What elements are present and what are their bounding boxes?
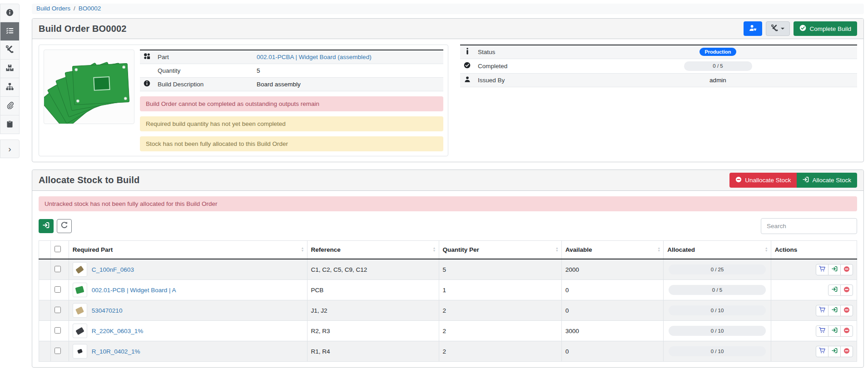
available-cell: 0	[561, 341, 664, 362]
allocation-progress: 0 / 10	[669, 346, 766, 356]
part-link[interactable]: 002.01-PCBA | Widget Board (assembled)	[257, 54, 372, 60]
unallocate-row-button-icon	[843, 348, 850, 355]
alert-quantity-incomplete: Required build quantity has not yet been…	[140, 116, 443, 131]
allocate-row-button-icon	[832, 327, 838, 334]
row-checkbox[interactable]	[55, 266, 61, 272]
complete-build-button[interactable]: Complete Build	[794, 21, 857, 36]
row-expand-cell[interactable]	[39, 300, 51, 321]
buy-parts-button[interactable]	[816, 305, 828, 316]
row-checkbox-cell	[50, 280, 69, 300]
part-thumbnail	[73, 344, 87, 359]
refresh-button[interactable]	[57, 219, 72, 233]
detail-row-description: Build Description Board assembly	[140, 77, 443, 91]
part-details-table: Part 002.01-PCBA | Widget Board (assembl…	[140, 50, 443, 91]
unallocate-row-button-icon	[843, 286, 850, 294]
row-checkbox[interactable]	[55, 286, 61, 293]
build-actions-dropdown[interactable]	[766, 21, 790, 36]
allocate-row-button[interactable]	[828, 325, 841, 337]
allocate-stock-button[interactable]: Allocate Stock	[797, 173, 857, 188]
row-expand-cell[interactable]	[39, 321, 51, 341]
caret-down-icon	[781, 28, 784, 30]
column-header-reference[interactable]: Reference▲▼	[307, 240, 439, 259]
sidebar-item-details[interactable]	[0, 4, 20, 22]
column-header-quantity-per[interactable]: Quantity Per▲▼	[439, 240, 561, 259]
column-header-required-part[interactable]: Required Part▲▼	[69, 240, 307, 259]
unallocate-row-button[interactable]	[840, 346, 853, 357]
breadcrumb-link-bo0002[interactable]: BO0002	[79, 5, 101, 12]
completed-label: Completed	[474, 59, 579, 73]
table-toolbar	[39, 218, 857, 234]
unallocate-row-button[interactable]	[840, 305, 853, 316]
part-link[interactable]: 530470210	[92, 307, 123, 314]
allocate-row-button-icon	[832, 348, 838, 355]
unallocate-stock-button[interactable]: Unallocate Stock	[729, 173, 797, 188]
sidebar-item-attachments[interactable]	[0, 97, 20, 115]
sidebar-item-tools[interactable]	[0, 41, 20, 60]
allocate-row-button[interactable]	[828, 264, 841, 275]
buy-parts-button-icon	[819, 307, 825, 314]
unallocate-row-button[interactable]	[840, 284, 853, 296]
sidebar-item-notes[interactable]	[0, 115, 20, 134]
allocate-panel-body: Untracked stock has not been fully alloc…	[32, 191, 863, 368]
required-part-cell: 002.01-PCB | Widget Board | A	[69, 280, 307, 300]
required-parts-table: Required Part▲▼Reference▲▼Quantity Per▲▼…	[39, 240, 857, 362]
sort-carets-icon: ▲▼	[765, 247, 768, 252]
sign-in-icon	[803, 176, 809, 184]
part-link[interactable]: R_220K_0603_1%	[92, 328, 143, 334]
status-details: Status Production Completed 0 / 5	[460, 45, 857, 87]
sidebar-expand-button[interactable]: ›	[0, 140, 20, 158]
blank-icon-cell	[140, 64, 154, 77]
info-icon	[460, 45, 474, 59]
sidebar-item-allocate[interactable]	[0, 22, 20, 41]
row-expand-cell[interactable]	[39, 280, 51, 300]
allocate-row-button[interactable]	[828, 346, 841, 357]
allocated-cell: 0 / 5	[664, 280, 771, 300]
column-header-allocated[interactable]: Allocated▲▼	[664, 240, 771, 259]
boxes-icon	[6, 64, 14, 73]
actions-cell	[771, 321, 857, 341]
allocate-row-button[interactable]	[828, 305, 841, 316]
reference-cell: J1, J2	[307, 300, 439, 321]
row-checkbox-cell	[50, 341, 69, 362]
quantity-per-cell: 5	[439, 259, 561, 280]
part-link[interactable]: R_10R_0402_1%	[92, 348, 140, 355]
row-expand-cell[interactable]	[39, 259, 51, 280]
available-cell: 3000	[561, 321, 664, 341]
available-cell: 0	[561, 280, 664, 300]
paperclip-icon	[6, 102, 14, 110]
table-header-row: Required Part▲▼Reference▲▼Quantity Per▲▼…	[39, 240, 857, 259]
column-header-actions: Actions	[771, 240, 857, 259]
allocate-row-button-icon	[832, 266, 838, 273]
page-title: Build Order BO0002	[39, 24, 127, 34]
row-checkbox[interactable]	[55, 307, 61, 313]
part-link[interactable]: 002.01-PCB | Widget Board | A	[92, 287, 176, 294]
breadcrumb-link-build-orders[interactable]: Build Orders	[36, 5, 70, 12]
unallocate-row-button[interactable]	[840, 325, 853, 337]
admin-button[interactable]	[744, 21, 762, 36]
row-checkbox[interactable]	[55, 327, 61, 334]
reference-cell: R1, R4	[307, 341, 439, 362]
table-row: C_100nF_0603C1, C2, C5, C9, C12520000 / …	[39, 259, 857, 280]
row-checkbox-cell	[50, 259, 69, 280]
clipboard-icon	[6, 120, 13, 129]
quantity-value: 5	[253, 64, 443, 77]
unallocate-row-button[interactable]	[840, 264, 853, 275]
buy-parts-button[interactable]	[816, 346, 828, 357]
allocate-stock-panel: Allocate Stock to Build Unallocate Stock…	[32, 170, 864, 368]
allocate-row-button[interactable]	[828, 284, 841, 296]
completed-progress: 0 / 5	[684, 61, 752, 71]
buy-parts-button[interactable]	[816, 325, 828, 337]
sidebar-item-hierarchy[interactable]	[0, 78, 20, 97]
search-input[interactable]	[761, 218, 857, 234]
user-shield-icon	[749, 25, 757, 33]
buy-parts-button[interactable]	[816, 264, 828, 275]
row-expand-cell[interactable]	[39, 341, 51, 362]
part-link[interactable]: C_100nF_0603	[92, 266, 134, 273]
auto-allocate-button[interactable]	[39, 219, 54, 233]
select-all-checkbox[interactable]	[55, 246, 61, 252]
sidebar-item-stock[interactable]	[0, 60, 20, 78]
column-header-available[interactable]: Available▲▼	[561, 240, 664, 259]
reference-cell: C1, C2, C5, C9, C12	[307, 259, 439, 280]
user-icon	[460, 73, 474, 87]
row-checkbox[interactable]	[55, 348, 61, 354]
